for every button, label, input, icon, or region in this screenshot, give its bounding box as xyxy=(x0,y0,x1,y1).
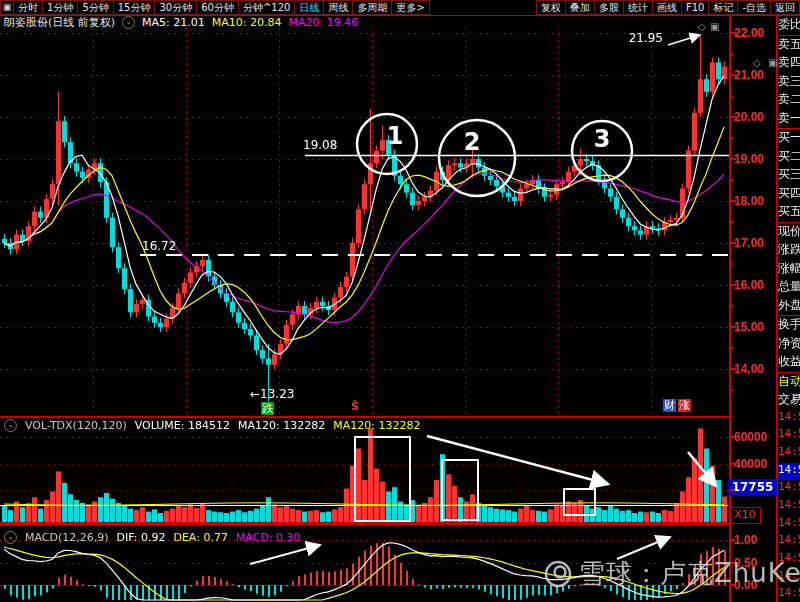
sidebar-label-row: 外盘 xyxy=(778,297,800,316)
sidebar-label-row: 现价 xyxy=(778,222,800,242)
xd-marker: Ŝ xyxy=(350,400,360,413)
macd-dea-value: DEA: 0.77 xyxy=(173,531,227,544)
toolbar: ▣ 分时1分钟5分钟15分钟30分钟60分钟分钟^120日线周线多周期更多> 复… xyxy=(0,0,800,16)
resistance-label: 19.08 xyxy=(303,138,337,152)
sidebar-label-row: 委比 xyxy=(778,16,800,35)
period-button-9[interactable]: 多周期 xyxy=(352,0,392,15)
high-label: 21.95 xyxy=(608,31,663,45)
multi-stock-button[interactable]: 多股 xyxy=(594,0,624,15)
sidebar-label-row: 买五 xyxy=(778,203,800,222)
sidebar-label-row: 买四 xyxy=(778,185,800,204)
window-split-icon[interactable]: ▣ xyxy=(768,58,777,68)
chevron-down-icon[interactable]: ⌄ xyxy=(4,531,17,544)
sidebar-label-row: 买一 xyxy=(778,128,800,148)
period-button-1[interactable]: 1分钟 xyxy=(42,0,78,15)
chart-volume-divider xyxy=(0,416,730,418)
chevron-down-icon[interactable]: ⌄ xyxy=(122,16,135,29)
time-sales-row[interactable]: 14:5 xyxy=(778,586,800,602)
time-sales-row[interactable]: 14:5 xyxy=(778,551,800,569)
period-button-8[interactable]: 周线 xyxy=(323,0,353,15)
time-sales-row[interactable]: 14:5 xyxy=(778,463,800,481)
circle-number-2: 2 xyxy=(462,128,482,156)
candlestick-chart[interactable] xyxy=(0,28,728,416)
volume-multiplier: X10 xyxy=(729,507,761,524)
ma20-value: MA20: 19.46 xyxy=(289,16,359,29)
period-button-4[interactable]: 30分钟 xyxy=(154,0,197,15)
price-tick-label: 16.00 xyxy=(734,278,776,292)
window-split-icon[interactable]: ▣ xyxy=(710,22,719,32)
price-tick-label: 20.00 xyxy=(734,110,776,124)
period-button-10[interactable]: 更多> xyxy=(391,0,429,15)
time-sales-row[interactable]: 14:5 xyxy=(778,427,800,445)
adjust-button[interactable]: 复权 xyxy=(536,0,566,15)
macd-indicator-label: MACD(12,26,9) xyxy=(25,531,109,544)
watchlist-button[interactable]: -自选 xyxy=(737,0,771,15)
support-label: 16.72 xyxy=(142,239,176,253)
period-button-5[interactable]: 60分钟 xyxy=(196,0,239,15)
diamond-tool-icon[interactable]: ◇ xyxy=(753,58,761,68)
period-button-7[interactable]: 日线 xyxy=(294,0,324,15)
chart-title-row: 朗姿股份(日线 前复权) ⌄ MA5: 21.01 MA10: 20.84 MA… xyxy=(4,16,358,28)
volume-ma120-yellow: MA120: 132282 xyxy=(333,419,420,432)
sidebar-label-row: 自动 xyxy=(778,372,800,392)
sidebar-label-row: 涨幅 xyxy=(778,260,800,279)
draw-line-button[interactable]: 画线 xyxy=(652,0,682,15)
volume-tick-label: 60000 xyxy=(734,430,776,444)
price-tick-label: 17.00 xyxy=(734,236,776,250)
volume-value: VOLUME: 184512 xyxy=(135,419,230,432)
volume-chart[interactable] xyxy=(0,418,728,524)
overlay-button[interactable]: 叠加 xyxy=(565,0,595,15)
time-sales-row[interactable]: 14:5 xyxy=(778,498,800,516)
period-button-6[interactable]: 分钟^120 xyxy=(238,0,295,15)
sidebar-label-row: 买二 xyxy=(778,148,800,167)
sidebar-label-row: 买三 xyxy=(778,166,800,185)
time-sales-row[interactable]: 14:5 xyxy=(778,445,800,463)
sidebar-label-row: 卖四 xyxy=(778,54,800,73)
window-icon[interactable]: ▣ xyxy=(0,0,14,15)
price-tick-label: 22.00 xyxy=(734,26,776,40)
price-tick-label: 19.00 xyxy=(734,152,776,166)
period-button-3[interactable]: 15分钟 xyxy=(113,0,156,15)
sidebar-label-row: 卖三 xyxy=(778,73,800,92)
period-group: 分时1分钟5分钟15分钟30分钟60分钟分钟^120日线周线多周期更多> xyxy=(14,0,430,15)
circle-number-3: 3 xyxy=(592,125,612,153)
volume-macd-divider xyxy=(0,523,730,525)
period-button-2[interactable]: 5分钟 xyxy=(77,0,113,15)
macd-tick-label: 1.00 xyxy=(734,533,776,547)
tdx-stock-app: ▣ 分时1分钟5分钟15分钟30分钟60分钟分钟^120日线周线多周期更多> 复… xyxy=(0,0,800,602)
time-sales-row[interactable]: 14:5 xyxy=(778,480,800,498)
price-tick-label: 21.00 xyxy=(734,68,776,82)
period-button-0[interactable]: 分时 xyxy=(13,0,43,15)
time-sales-row[interactable]: 14:5 xyxy=(778,569,800,587)
time-sales-row[interactable]: 14:5 xyxy=(778,533,800,551)
time-sales-row[interactable]: 14:5 xyxy=(778,516,800,534)
sidebar-label-row: 卖一 xyxy=(778,110,800,129)
sidebar-label-row: 收益 xyxy=(778,353,800,372)
sidebar-label-row: 交易 xyxy=(778,391,800,410)
volume-cursor-value: 17755 xyxy=(728,479,777,496)
diamond-tool-icon[interactable]: ◇ xyxy=(698,22,706,32)
time-sales-row[interactable]: 14:5 xyxy=(778,410,800,428)
sidebar-label-row: 卖二 xyxy=(778,91,800,110)
back-button[interactable]: 返回 xyxy=(770,0,800,15)
volume-indicator-label: VOL-TDX(120,120) xyxy=(25,419,127,432)
price-tick-label: 15.00 xyxy=(734,320,776,334)
action-group: 复权叠加多股统计画线F10标记-自选返回 xyxy=(537,0,800,15)
macd-tick-label: 0.00 xyxy=(734,578,776,592)
macd-header: ⌄ MACD(12,26,9) DIF: 0.92 DEA: 0.77 MACD… xyxy=(4,531,301,544)
down-day-badge: 跌 xyxy=(261,402,274,415)
chevron-down-icon[interactable]: ⌄ xyxy=(4,419,17,432)
low-label: ←13.23 xyxy=(250,387,294,401)
price-tick-label: 18.00 xyxy=(734,194,776,208)
macd-tick-label: 0.50 xyxy=(734,556,776,570)
mark-button[interactable]: 标记 xyxy=(708,0,738,15)
ma5-value: MA5: 21.01 xyxy=(142,16,205,29)
sidebar-label-row: 总量 xyxy=(778,278,800,297)
price-tick-label: 14.00 xyxy=(734,362,776,376)
volume-tick-label: 40000 xyxy=(734,457,776,471)
stats-button[interactable]: 统计 xyxy=(623,0,653,15)
f10-button[interactable]: F10 xyxy=(681,0,709,15)
quote-sidebar: 委比卖五卖四卖三卖二卖一买一买二买三买四买五现价涨跌涨幅总量外盘换手净资收益自动… xyxy=(778,16,800,602)
sidebar-label-row: 换手 xyxy=(778,315,800,335)
toolbar-divider xyxy=(0,15,800,16)
